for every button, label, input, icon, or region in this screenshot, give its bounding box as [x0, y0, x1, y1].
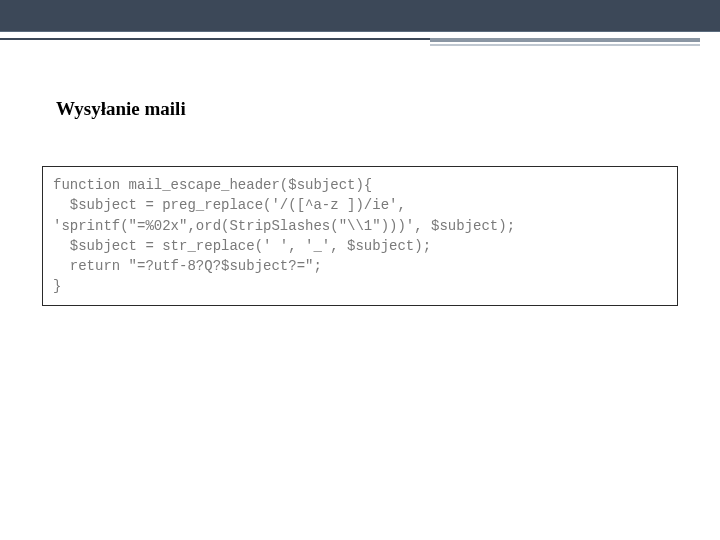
slide-heading: Wysyłanie maili	[56, 98, 186, 120]
code-block: function mail_escape_header($subject){ $…	[42, 166, 678, 306]
code-line: $subject = preg_replace('/([^a-z ])/ie',	[53, 195, 667, 215]
code-line: }	[53, 276, 667, 296]
slide-header-accent	[0, 31, 720, 32]
slide-underline	[0, 38, 720, 50]
code-line: 'sprintf("=%02x",ord(StripSlashes("\\1")…	[53, 216, 667, 236]
code-line: $subject = str_replace(' ', '_', $subjec…	[53, 236, 667, 256]
slide-header-bar	[0, 0, 720, 32]
slide-underline-left	[0, 38, 430, 40]
slide-underline-right-top	[430, 38, 700, 42]
slide-underline-right-bottom	[430, 44, 700, 46]
code-line: return "=?utf-8?Q?$subject?=";	[53, 256, 667, 276]
code-line: function mail_escape_header($subject){	[53, 175, 667, 195]
